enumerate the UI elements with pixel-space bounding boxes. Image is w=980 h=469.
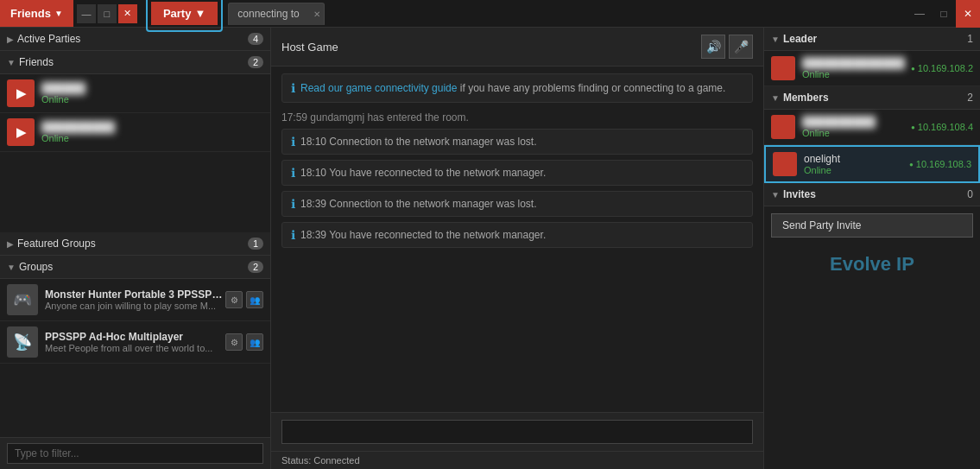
member-ip: ● 10.169.108.4 (911, 122, 973, 132)
friends-arrow-icon: ▼ (54, 9, 63, 18)
close-button-left[interactable]: ✕ (118, 4, 137, 23)
minimize-button-right[interactable]: — (907, 0, 932, 28)
right-panel: ▼ Leader 1 ██████████████ Online ● 10.16… (764, 28, 980, 469)
active-parties-arrow-icon: ▶ (7, 35, 14, 44)
event-text: 18:39 Connection to the network manager … (300, 198, 537, 210)
ip-dot-icon: ● (911, 124, 915, 131)
ip-dot-icon: ● (909, 161, 914, 168)
friend-item[interactable]: ▶ ██████ Online (0, 74, 270, 113)
leader-status: Online (802, 69, 911, 79)
info-icon: ℹ (291, 135, 295, 149)
tab-bar: connecting to ✕ (228, 3, 324, 25)
event-message: ℹ 18:39 Connection to the network manage… (281, 191, 753, 217)
maximize-button-right[interactable]: □ (932, 0, 956, 28)
group-desc: Meet People from all over the world to..… (45, 343, 225, 353)
group-icon: 📡 (7, 326, 38, 358)
members-section-header[interactable]: ▼ Members 2 (764, 86, 980, 110)
friends-arrow-icon: ▼ (7, 58, 16, 67)
featured-groups-section-header[interactable]: ▶ Featured Groups 1 (0, 232, 270, 256)
group-name: Monster Hunter Portable 3 PPSSPP... (45, 288, 225, 301)
sidebar: ▶ Active Parties 4 ▼ Friends 2 ▶ ██████ … (0, 28, 271, 469)
invites-count: 0 (967, 188, 973, 200)
leader-ip-value: 10.169.108.2 (918, 63, 973, 73)
center-panel: Host Game 🔊 🎤 ℹ Read our game connectivi… (271, 28, 764, 469)
status-text: Status: Connected (281, 455, 360, 466)
leader-avatar (771, 56, 795, 80)
friends-list: ▶ ██████ Online ▶ ██████████ Online (0, 74, 270, 232)
mic-button[interactable]: 🎤 (729, 35, 753, 59)
event-text: 18:10 You have reconnected to the networ… (300, 167, 546, 179)
event-message: ℹ 18:10 Connection to the network manage… (281, 129, 753, 155)
group-actions: ⚙ 👥 (225, 291, 263, 308)
connectivity-link[interactable]: Read our game connectivity guide (300, 82, 457, 94)
active-parties-section-header[interactable]: ▶ Active Parties 4 (0, 28, 270, 51)
friends-label: Friends (10, 7, 51, 20)
groups-count: 2 (248, 261, 263, 273)
chat-area: ℹ Read our game connectivity guide if yo… (271, 67, 763, 412)
event-message: ℹ 18:39 You have reconnected to the netw… (281, 222, 753, 248)
chat-input[interactable] (281, 420, 753, 444)
member-info: ██████████ Online (802, 116, 911, 138)
group-desc: Anyone can join willing to play some M..… (45, 301, 225, 311)
avatar: ▶ (7, 79, 35, 107)
invites-label: Invites (783, 188, 967, 200)
group-join-button[interactable]: 👥 (246, 333, 263, 351)
friend-item[interactable]: ▶ ██████████ Online (0, 113, 270, 152)
info-icon: ℹ (291, 228, 295, 242)
host-bar: Host Game 🔊 🎤 (271, 28, 763, 67)
group-item[interactable]: 📡 PPSSPP Ad-Hoc Multiplayer Meet People … (0, 321, 270, 364)
group-action-button[interactable]: ⚙ (225, 333, 243, 351)
featured-label: Featured Groups (17, 238, 248, 250)
member-ip-value: 10.169.108.4 (918, 122, 973, 132)
friends-section-header[interactable]: ▼ Friends 2 (0, 51, 270, 74)
main-content: ▶ Active Parties 4 ▼ Friends 2 ▶ ██████ … (0, 28, 980, 469)
member-ip-value: 10.169.108.3 (916, 159, 971, 169)
leader-section-header[interactable]: ▼ Leader 1 (764, 28, 980, 51)
group-join-button[interactable]: 👥 (246, 291, 263, 308)
group-item[interactable]: 🎮 Monster Hunter Portable 3 PPSSPP... An… (0, 279, 270, 321)
event-message: ℹ 18:10 You have reconnected to the netw… (281, 160, 753, 186)
group-action-button[interactable]: ⚙ (225, 291, 243, 308)
leader-count: 1 (967, 33, 973, 45)
sound-button[interactable]: 🔊 (701, 35, 725, 59)
info-icon: ℹ (291, 81, 295, 95)
featured-arrow-icon: ▶ (7, 239, 14, 249)
leader-name: ██████████████ (802, 57, 911, 69)
party-label: Party (163, 7, 192, 20)
leader-item: ██████████████ Online ● 10.169.108.2 (764, 51, 980, 86)
connectivity-text-rest: if you have any problems finding or conn… (460, 82, 726, 94)
system-message: 17:59 gundamgmj has entered the room. (281, 110, 753, 125)
member-item-highlighted: onelight Online ● 10.169.108.3 (764, 145, 980, 183)
active-parties-count: 4 (248, 33, 263, 45)
party-section: Party ▼ (151, 2, 218, 25)
event-text: 18:39 You have reconnected to the networ… (300, 229, 546, 241)
chat-input-bar (271, 412, 763, 451)
friend-name: ██████ (41, 82, 263, 94)
invites-section: Send Party Invite (764, 206, 980, 244)
ip-dot-icon: ● (911, 65, 915, 73)
member-name: ██████████ (802, 116, 911, 128)
status-bar: Status: Connected (271, 451, 763, 469)
friends-section-label: Friends (19, 56, 248, 68)
party-tab[interactable]: connecting to ✕ (228, 3, 324, 25)
friends-count: 2 (248, 56, 263, 68)
info-icon: ℹ (291, 166, 295, 180)
close-button-right[interactable]: ✕ (956, 0, 980, 28)
evolve-ip-watermark: Evolve IP (764, 244, 980, 284)
window-controls-right: — □ ✕ (907, 0, 980, 28)
invites-section-header[interactable]: ▼ Invites 0 (764, 183, 980, 206)
groups-section-header[interactable]: ▼ Groups 2 (0, 256, 270, 279)
friends-menu-button[interactable]: Friends ▼ (0, 0, 73, 27)
connectivity-text: Read our game connectivity guide if you … (300, 82, 725, 94)
tab-close-icon[interactable]: ✕ (313, 9, 320, 18)
members-count: 2 (967, 92, 973, 104)
tab-label: connecting to (237, 8, 299, 20)
minimize-button[interactable]: — (77, 4, 96, 23)
member-info: onelight Online (804, 153, 909, 175)
maximize-button[interactable]: □ (98, 4, 117, 23)
friend-info: ██████ Online (41, 82, 263, 105)
party-menu-button[interactable]: Party ▼ (151, 2, 218, 25)
filter-input[interactable] (7, 443, 263, 464)
group-info: Monster Hunter Portable 3 PPSSPP... Anyo… (45, 288, 225, 311)
send-invite-button[interactable]: Send Party Invite (771, 213, 973, 238)
